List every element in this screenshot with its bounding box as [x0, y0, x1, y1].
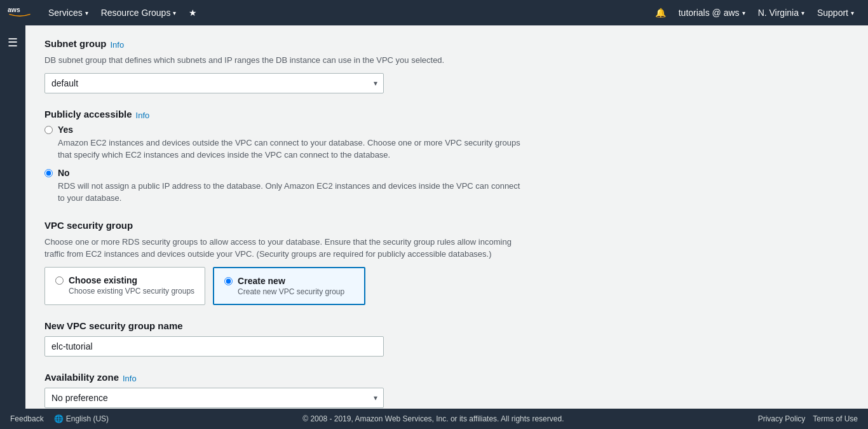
- aws-logo[interactable]: aws: [8, 5, 32, 20]
- publicly-accessible-info-link[interactable]: Info: [136, 111, 150, 120]
- new-vpc-name-input[interactable]: elc-tutorial: [44, 336, 384, 357]
- top-navigation: aws Services ▾ Resource Groups ▾ ★ 🔔 tut…: [0, 0, 868, 25]
- publicly-accessible-section: Publicly accessible Info Yes Amazon EC2 …: [44, 109, 525, 205]
- user-menu[interactable]: tutorials @ aws ▾: [672, 0, 752, 25]
- notifications-button[interactable]: 🔔: [649, 0, 672, 25]
- region-menu[interactable]: N. Virginia ▾: [752, 0, 811, 25]
- availability-zone-select[interactable]: No preference: [44, 388, 384, 408]
- support-menu[interactable]: Support ▾: [811, 0, 860, 25]
- availability-zone-select-wrapper: No preference ▾: [44, 388, 384, 408]
- bottom-right: Privacy Policy Terms of Use: [758, 414, 858, 423]
- resource-groups-caret-icon: ▾: [173, 10, 176, 17]
- terms-of-use-link[interactable]: Terms of Use: [813, 414, 858, 423]
- create-new-radio[interactable]: [224, 277, 233, 285]
- bottom-left: Feedback 🌐 English (US): [10, 414, 109, 423]
- vpc-security-group-title: VPC security group: [44, 220, 133, 231]
- publicly-accessible-yes-desc: Amazon EC2 instances and devices outside…: [58, 137, 525, 161]
- sidebar: ☰: [0, 25, 25, 429]
- svg-text:aws: aws: [8, 6, 20, 13]
- star-icon: ★: [189, 8, 197, 18]
- choose-existing-card[interactable]: Choose existing Choose existing VPC secu…: [44, 267, 205, 305]
- bookmarks-nav[interactable]: ★: [182, 0, 203, 25]
- choose-existing-card-title: Choose existing: [69, 275, 194, 285]
- region-caret-icon: ▾: [801, 10, 804, 17]
- bottom-bar: Feedback 🌐 English (US) © 2008 - 2019, A…: [0, 409, 868, 429]
- subnet-group-description: DB subnet group that defines which subne…: [44, 54, 525, 67]
- subnet-group-info-link[interactable]: Info: [111, 40, 125, 50]
- publicly-accessible-yes-label: Yes: [58, 125, 525, 135]
- services-nav[interactable]: Services ▾: [42, 0, 95, 25]
- publicly-accessible-no-label: No: [58, 168, 525, 178]
- publicly-accessible-no-option: No RDS will not assign a public IP addre…: [44, 168, 525, 205]
- right-panel: [550, 25, 868, 429]
- availability-zone-info-link[interactable]: Info: [123, 374, 137, 383]
- publicly-accessible-yes-option: Yes Amazon EC2 instances and devices out…: [44, 125, 525, 161]
- bell-icon: 🔔: [655, 8, 666, 18]
- user-caret-icon: ▾: [742, 10, 745, 17]
- subnet-group-select[interactable]: default: [44, 73, 384, 93]
- bottom-copyright: © 2008 - 2019, Amazon Web Services, Inc.…: [109, 414, 758, 423]
- subnet-group-section: Subnet group Info DB subnet group that d…: [44, 38, 525, 93]
- publicly-accessible-title: Publicly accessible: [44, 109, 132, 119]
- privacy-policy-link[interactable]: Privacy Policy: [758, 414, 806, 423]
- vpc-security-group-cards: Choose existing Choose existing VPC secu…: [44, 267, 525, 305]
- availability-zone-section: Availability zone Info No preference ▾: [44, 372, 525, 408]
- sidebar-toggle[interactable]: ☰: [3, 31, 23, 55]
- publicly-accessible-no-desc: RDS will not assign a public IP address …: [58, 180, 525, 205]
- globe-icon: 🌐: [54, 414, 64, 423]
- create-new-card-title: Create new: [238, 276, 344, 286]
- main-content: Subnet group Info DB subnet group that d…: [25, 25, 550, 409]
- create-new-card[interactable]: Create new Create new VPC security group: [213, 267, 365, 305]
- subnet-group-select-wrapper: default ▾: [44, 73, 384, 93]
- nav-right-section: 🔔 tutorials @ aws ▾ N. Virginia ▾ Suppor…: [649, 0, 860, 25]
- publicly-accessible-no-radio[interactable]: [44, 169, 53, 177]
- new-vpc-name-section: New VPC security group name elc-tutorial: [44, 320, 525, 357]
- services-caret-icon: ▾: [85, 10, 88, 17]
- vpc-security-group-section: VPC security group Choose one or more RD…: [44, 220, 525, 305]
- choose-existing-card-desc: Choose existing VPC security groups: [69, 287, 194, 296]
- vpc-security-group-description: Choose one or more RDS security groups t…: [44, 236, 525, 261]
- subnet-group-title: Subnet group: [44, 38, 107, 49]
- feedback-link[interactable]: Feedback: [10, 414, 44, 423]
- language-selector[interactable]: 🌐 English (US): [54, 414, 109, 423]
- availability-zone-title: Availability zone: [44, 372, 119, 383]
- publicly-accessible-yes-radio[interactable]: [44, 126, 53, 134]
- create-new-card-desc: Create new VPC security group: [238, 287, 344, 296]
- publicly-accessible-radio-group: Yes Amazon EC2 instances and devices out…: [44, 125, 525, 205]
- choose-existing-radio[interactable]: [55, 276, 64, 285]
- new-vpc-name-label: New VPC security group name: [44, 320, 183, 331]
- resource-groups-nav[interactable]: Resource Groups ▾: [95, 0, 183, 25]
- support-caret-icon: ▾: [851, 10, 854, 17]
